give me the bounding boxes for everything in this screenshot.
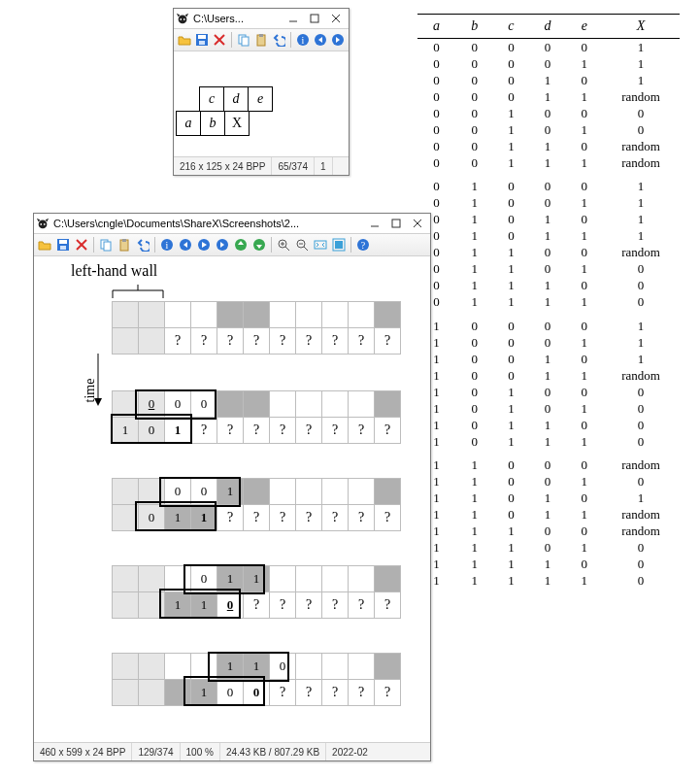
truth-row: 101100 xyxy=(417,417,680,433)
svg-text:i: i xyxy=(166,240,169,251)
svg-point-0 xyxy=(179,16,187,24)
svg-rect-13 xyxy=(242,37,249,46)
truth-row: 110010 xyxy=(417,474,680,490)
truth-row: 101000 xyxy=(417,384,680,400)
statusbar: 216 x 125 x 24 BPP 65/374 1 xyxy=(174,156,349,175)
truth-row: 111100 xyxy=(417,557,680,573)
image-viewer-small-window: C:\Users... i c d e a b X xyxy=(173,8,350,176)
play-icon[interactable] xyxy=(196,237,212,253)
svg-line-44 xyxy=(285,247,289,251)
truth-row: 010011 xyxy=(417,195,680,212)
image-viewer-large-window: C:\Users\cngle\Documents\ShareX\Screensh… xyxy=(33,213,431,761)
prev-icon[interactable] xyxy=(313,32,327,48)
open-folder-icon[interactable] xyxy=(37,237,52,253)
window-title: C:\Users... xyxy=(193,13,279,24)
save-icon[interactable] xyxy=(55,237,71,253)
delete-icon[interactable] xyxy=(213,32,227,48)
app-icon xyxy=(36,217,50,230)
truth-header-b: b xyxy=(455,15,493,39)
copy-icon[interactable] xyxy=(236,32,250,48)
step0-grid: ????????? xyxy=(112,301,401,355)
copy-icon[interactable] xyxy=(98,237,114,253)
truth-row: 000011 xyxy=(417,55,680,72)
save-icon[interactable] xyxy=(194,32,209,48)
cell-c: c xyxy=(199,86,224,112)
image-canvas: c d e a b X xyxy=(174,51,349,156)
truth-row: 00011random xyxy=(417,88,680,105)
step1-grid: 000 10 1???????? xyxy=(112,390,401,444)
svg-rect-29 xyxy=(60,246,66,250)
open-folder-icon[interactable] xyxy=(177,32,191,48)
svg-rect-28 xyxy=(59,240,67,244)
step2-grid: 001 0 11??????? xyxy=(112,478,401,531)
zoom-out-icon[interactable] xyxy=(294,237,310,253)
minimize-button[interactable] xyxy=(364,215,385,232)
titlebar[interactable]: C:\Users\cngle\Documents\ShareX\Screensh… xyxy=(34,214,430,234)
truth-row: 10011random xyxy=(417,367,680,384)
truth-row: 01100random xyxy=(417,245,680,261)
status-zoom: 100 % xyxy=(181,743,220,760)
maximize-button[interactable] xyxy=(304,10,325,27)
cell-X: X xyxy=(224,111,250,136)
truth-row: 000101 xyxy=(417,72,680,88)
truth-row: 101110 xyxy=(417,433,680,450)
status-index: 65/374 xyxy=(272,157,315,175)
truth-row: 101010 xyxy=(417,400,680,417)
svg-rect-24 xyxy=(392,220,400,227)
window-title: C:\Users\cngle\Documents\ShareX\Screensh… xyxy=(53,218,360,229)
info-icon[interactable]: i xyxy=(295,32,310,48)
wall-bracket xyxy=(112,284,164,299)
help-icon[interactable]: ? xyxy=(355,237,371,253)
titlebar[interactable]: C:\Users... xyxy=(174,9,349,29)
fit-icon[interactable] xyxy=(313,237,328,253)
status-dimensions: 460 x 599 x 24 BPP xyxy=(34,743,132,760)
paste-icon[interactable] xyxy=(253,32,268,48)
svg-rect-33 xyxy=(104,242,111,251)
zoom-in-icon[interactable] xyxy=(276,237,291,253)
svg-text:?: ? xyxy=(361,240,366,251)
next-icon[interactable] xyxy=(331,32,346,48)
truth-row: 000001 xyxy=(417,39,680,56)
app-icon xyxy=(176,12,189,25)
next-icon[interactable] xyxy=(215,237,230,253)
undo-icon[interactable] xyxy=(272,32,286,48)
truth-row: 001010 xyxy=(417,121,680,138)
heading-left-hand-wall: left-hand wall xyxy=(71,262,157,280)
svg-rect-9 xyxy=(199,41,205,45)
svg-rect-52 xyxy=(335,241,343,249)
status-trail: 1 xyxy=(315,157,333,175)
toolbar: i xyxy=(174,29,349,51)
cell-d: d xyxy=(223,86,249,112)
close-button[interactable] xyxy=(325,10,347,27)
truth-header-d: d xyxy=(529,15,567,39)
fullscreen-icon[interactable] xyxy=(331,237,347,253)
truth-row: 110101 xyxy=(417,490,680,507)
truth-row: 00110random xyxy=(417,138,680,154)
delete-icon[interactable] xyxy=(74,237,89,253)
undo-icon[interactable] xyxy=(135,237,150,253)
truth-header-c: c xyxy=(493,15,528,39)
down-icon[interactable] xyxy=(251,237,267,253)
prev-icon[interactable] xyxy=(178,237,193,253)
svg-rect-8 xyxy=(198,35,206,39)
truth-row: 010111 xyxy=(417,228,680,245)
svg-text:i: i xyxy=(301,35,304,46)
status-size: 24.43 KB / 807.29 KB xyxy=(220,743,326,760)
truth-row: 100001 xyxy=(417,311,680,335)
svg-point-21 xyxy=(40,223,42,225)
paste-icon[interactable] xyxy=(117,237,132,253)
maximize-button[interactable] xyxy=(385,215,407,232)
toolbar: i ? xyxy=(34,234,430,256)
truth-row: 100101 xyxy=(417,351,680,367)
svg-line-48 xyxy=(304,247,308,251)
truth-row: 011100 xyxy=(417,278,680,294)
info-icon[interactable]: i xyxy=(159,237,175,253)
truth-row: 011110 xyxy=(417,294,680,311)
truth-row: 011010 xyxy=(417,261,680,278)
minimize-button[interactable] xyxy=(283,10,304,27)
rule-truth-table: abcdeX 00000100001100010100011random0010… xyxy=(417,14,680,590)
cell-a: a xyxy=(176,111,201,136)
up-icon[interactable] xyxy=(233,237,249,253)
image-canvas: left-hand wall time ????????? 000 10 xyxy=(34,256,430,742)
status-dimensions: 216 x 125 x 24 BPP xyxy=(174,157,272,175)
